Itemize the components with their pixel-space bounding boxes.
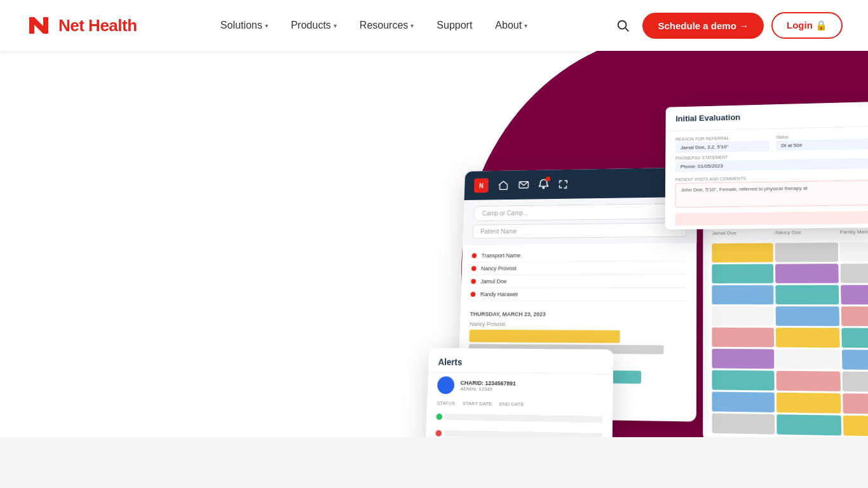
mockup-nav-icons xyxy=(498,178,567,192)
evaluation-fields: REASON FOR REFERRAL Jamal Doe, 3.2, 5'10… xyxy=(665,126,868,229)
patient-row: Jamul Doe xyxy=(471,274,686,288)
site-header: Net Health Solutions ▾ Products ▾ Resour… xyxy=(0,0,868,51)
notification-badge xyxy=(545,176,550,181)
logo[interactable]: Net Health xyxy=(25,12,137,39)
evaluation-card: Initial Evaluation REASON FOR REFERRAL J… xyxy=(665,102,868,229)
week-cell-blue xyxy=(712,285,773,304)
mockup-container: N xyxy=(424,102,868,488)
patient-status-dot xyxy=(471,279,476,284)
week-cell-purple xyxy=(841,285,868,304)
search-button[interactable] xyxy=(611,13,635,37)
calendar-sub-name: Nancy Provost xyxy=(470,321,686,328)
week-cell-pink xyxy=(841,306,868,326)
week-cell-pink xyxy=(776,371,841,391)
status-dot-red xyxy=(435,430,442,437)
nav-actions: Schedule a demo → Login 🔒 xyxy=(611,12,843,39)
nav-item-resources[interactable]: Resources ▾ xyxy=(351,15,423,36)
week-cell-teal xyxy=(712,264,773,283)
nav-item-about[interactable]: About ▾ xyxy=(486,15,536,36)
bottom-strip xyxy=(0,437,868,488)
patient-row: Nancy Provost xyxy=(471,261,687,275)
chevron-down-icon: ▾ xyxy=(265,22,268,29)
eval-field-value: Jamal Doe, 3.2, 5'10" xyxy=(675,140,770,152)
logo-icon xyxy=(25,12,52,39)
week-cell-teal xyxy=(777,414,841,435)
chevron-down-icon: ▾ xyxy=(524,22,527,29)
alert-avatar xyxy=(437,376,455,394)
eval-field-value: Phone: 01/05/2023 xyxy=(675,158,868,172)
main-nav: Solutions ▾ Products ▾ Resources ▾ Suppo… xyxy=(212,15,536,36)
end-date-label: END DATE xyxy=(499,401,524,407)
week-cell-yellow xyxy=(776,393,841,414)
week-row xyxy=(712,285,868,304)
start-date-label: START DATE xyxy=(463,400,492,407)
camp-search-input[interactable]: Camp or Camp... xyxy=(473,203,686,221)
week-cell-blue xyxy=(842,349,868,370)
eval-field-row-1: REASON FOR REFERRAL Jamal Doe, 3.2, 5'10… xyxy=(675,133,868,153)
patient-row: Randy Harawer xyxy=(470,288,686,301)
col-header-3: Family Memb... xyxy=(840,229,868,235)
chevron-down-icon: ▾ xyxy=(410,22,414,29)
eval-field-name: REASON FOR REFERRAL Jamal Doe, 3.2, 5'10… xyxy=(675,135,770,153)
week-row xyxy=(712,349,868,370)
week-cell-empty xyxy=(839,242,868,262)
week-row xyxy=(712,327,868,348)
hero-section: N xyxy=(0,51,868,488)
search-icon xyxy=(616,18,630,32)
eval-field-row-2: PHONE/FAX STATEMENT Phone: 01/05/2023 xyxy=(675,152,868,172)
week-row xyxy=(712,264,868,283)
week-column-headers: Jamal Due Nancy Doe Family Memb... xyxy=(703,229,868,236)
week-cell-teal xyxy=(841,328,868,348)
alert-admin: ADMIN, 12345 xyxy=(460,386,603,393)
schedule-card-header: N xyxy=(465,167,697,200)
nav-item-products[interactable]: Products ▾ xyxy=(282,15,346,36)
week-grid xyxy=(703,237,868,443)
eval-field-value: Dt at 50# xyxy=(776,139,868,151)
notifications-icon-container xyxy=(539,178,549,191)
nav-item-solutions[interactable]: Solutions ▾ xyxy=(212,15,277,36)
week-cell-gray xyxy=(775,243,838,262)
eval-textarea: John Doe, 5'10", Female, referred to phy… xyxy=(675,180,868,208)
patient-status-dot xyxy=(471,292,476,297)
week-cell-pink xyxy=(712,327,774,347)
week-row xyxy=(712,391,868,414)
week-cell-gray xyxy=(842,372,868,393)
logo-text: Net Health xyxy=(58,16,137,36)
status-dot-green xyxy=(436,414,442,420)
eval-comments-field: PATIENT VISITS AND COMMENTS John Doe, 5'… xyxy=(675,174,868,208)
nav-item-support[interactable]: Support xyxy=(428,15,481,36)
svg-point-1 xyxy=(618,21,627,29)
svg-line-2 xyxy=(626,28,629,31)
week-cell-purple xyxy=(775,264,838,283)
week-cell-yellow xyxy=(843,416,868,437)
col-header-2: Nancy Doe xyxy=(775,229,837,236)
expand-icon xyxy=(558,179,568,189)
col-header-1: Jamal Due xyxy=(712,230,773,236)
patient-status-dot xyxy=(472,254,477,259)
week-cell-gray xyxy=(840,264,868,283)
eval-bottom-bar xyxy=(675,211,868,226)
eval-field-status: Status Dt at 50# xyxy=(776,133,868,151)
schedule-demo-button[interactable]: Schedule a demo → xyxy=(642,13,764,39)
week-cell-blue xyxy=(776,306,839,326)
calendar-block-yellow xyxy=(469,330,620,343)
schedule-search-area: Camp or Camp... Patient Name xyxy=(463,197,696,245)
patient-row: Transport Name xyxy=(471,248,686,262)
week-cell-purple xyxy=(712,349,774,369)
week-cell-yellow xyxy=(776,328,839,348)
week-row xyxy=(712,370,868,393)
patient-name-input[interactable]: Patient Name xyxy=(473,222,687,238)
calendar-date: THURSDAY, MARCH 23, 2023 xyxy=(470,311,686,318)
week-cell-teal xyxy=(712,370,775,391)
chevron-down-icon: ▾ xyxy=(334,22,337,29)
status-label: STATUS xyxy=(437,400,455,406)
app-logo-icon: N xyxy=(474,178,489,193)
login-button[interactable]: Login 🔒 xyxy=(771,12,843,39)
mail-icon xyxy=(519,180,529,189)
week-row xyxy=(712,414,868,437)
week-cell-blue xyxy=(712,391,775,412)
svg-point-4 xyxy=(543,187,544,188)
home-icon xyxy=(498,180,508,190)
week-cell-empty xyxy=(712,306,774,326)
alert-item: CHARID: 1234567891 ADMIN, 12345 xyxy=(427,372,613,400)
